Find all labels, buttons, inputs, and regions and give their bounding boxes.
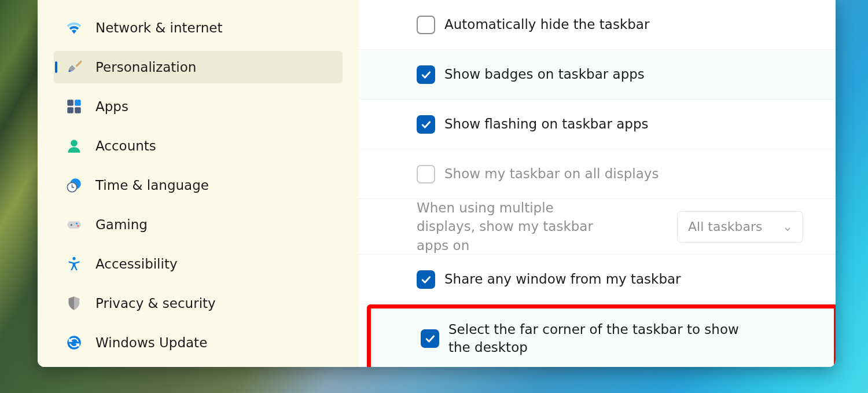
sidebar-item-accounts[interactable]: Accounts [54, 130, 343, 162]
update-icon [65, 334, 83, 351]
setting-label: Share any window from my taskbar [444, 270, 681, 288]
sidebar-item-apps[interactable]: Apps [54, 90, 343, 123]
sidebar-item-label: Time & language [95, 178, 209, 193]
settings-window: Network & internet Personalization Apps … [38, 0, 836, 367]
person-icon [65, 137, 83, 155]
multi-display-dropdown[interactable]: All taskbars [677, 211, 803, 243]
setting-auto-hide: Automatically hide the taskbar [359, 0, 836, 50]
svg-point-12 [72, 257, 75, 260]
apps-icon [65, 98, 83, 115]
sidebar-item-accessibility[interactable]: Accessibility [54, 248, 343, 280]
sidebar-item-label: Windows Update [95, 335, 207, 350]
sidebar-item-gaming[interactable]: Gaming [54, 208, 343, 241]
dropdown-value: All taskbars [688, 219, 763, 234]
sidebar-item-label: Apps [95, 99, 128, 114]
sidebar-item-label: Personalization [95, 60, 196, 75]
settings-sidebar: Network & internet Personalization Apps … [38, 0, 359, 367]
highlighted-setting: Select the far corner of the taskbar to … [367, 304, 836, 367]
settings-content: Automatically hide the taskbar Show badg… [359, 0, 836, 367]
sidebar-item-label: Privacy & security [95, 296, 216, 311]
setting-flashing: Show flashing on taskbar apps [359, 100, 836, 149]
svg-rect-1 [75, 100, 81, 106]
svg-point-9 [71, 224, 72, 226]
setting-label: Select the far corner of the taskbar to … [448, 321, 761, 357]
setting-badges: Show badges on taskbar apps [359, 50, 836, 100]
svg-rect-8 [67, 221, 80, 229]
setting-label: Show flashing on taskbar apps [444, 115, 649, 133]
wifi-icon [65, 19, 83, 36]
sidebar-item-network[interactable]: Network & internet [54, 12, 343, 44]
auto-hide-checkbox[interactable] [417, 16, 435, 34]
svg-rect-3 [75, 107, 81, 113]
sidebar-item-personalization[interactable]: Personalization [54, 51, 343, 83]
sidebar-item-windows-update[interactable]: Windows Update [54, 326, 343, 359]
flashing-checkbox[interactable] [417, 115, 435, 134]
share-window-checkbox[interactable] [417, 270, 435, 289]
svg-rect-0 [67, 100, 73, 106]
sidebar-item-label: Network & internet [95, 20, 223, 35]
sidebar-item-label: Accessibility [95, 256, 178, 271]
paintbrush-icon [65, 58, 83, 76]
far-corner-checkbox[interactable] [421, 329, 439, 348]
svg-point-10 [76, 223, 78, 225]
sidebar-item-label: Gaming [95, 217, 148, 232]
badges-checkbox[interactable] [417, 65, 435, 84]
setting-multi-displays: When using multiple displays, show my ta… [359, 199, 836, 255]
setting-far-corner: Select the far corner of the taskbar to … [371, 308, 834, 367]
setting-all-displays: Show my taskbar on all displays [359, 149, 836, 199]
svg-point-11 [78, 225, 79, 227]
setting-label: Show my taskbar on all displays [444, 165, 659, 183]
sidebar-item-privacy-security[interactable]: Privacy & security [54, 287, 343, 319]
setting-label: Automatically hide the taskbar [444, 16, 649, 34]
setting-label: When using multiple displays, show my ta… [417, 199, 613, 255]
gamepad-icon [65, 216, 83, 233]
setting-label: Show badges on taskbar apps [444, 65, 645, 83]
setting-share-window: Share any window from my taskbar [359, 255, 836, 304]
accessibility-icon [65, 255, 83, 273]
chevron-down-icon [783, 222, 792, 232]
all-displays-checkbox [417, 165, 435, 183]
svg-point-4 [71, 140, 78, 147]
sidebar-item-time-language[interactable]: Time & language [54, 169, 343, 201]
sidebar-item-label: Accounts [95, 138, 156, 153]
svg-rect-2 [67, 107, 73, 113]
globe-clock-icon [65, 177, 83, 194]
shield-icon [65, 295, 83, 312]
